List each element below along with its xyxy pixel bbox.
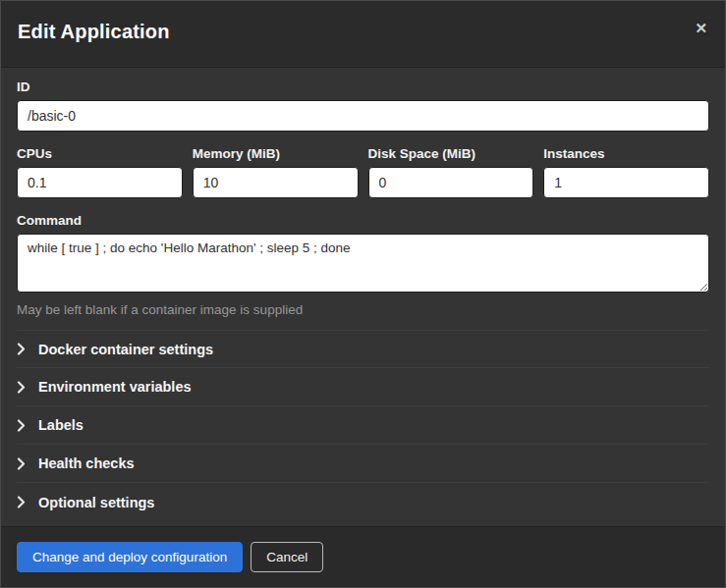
command-label: Command <box>17 213 709 228</box>
edit-application-modal: Edit Application ✕ ID CPUs Memory (MiB) … <box>0 0 726 588</box>
chevron-right-icon <box>17 457 32 470</box>
id-field-group: ID <box>17 80 709 132</box>
disk-field-group: Disk Space (MiB) <box>368 146 534 198</box>
disk-label: Disk Space (MiB) <box>368 146 534 161</box>
modal-header: Edit Application ✕ <box>1 1 725 68</box>
section-label: Optional settings <box>38 495 154 510</box>
section-environment-variables[interactable]: Environment variables <box>17 368 709 406</box>
collapsible-sections: Docker container settings Environment va… <box>17 330 709 521</box>
close-icon: ✕ <box>695 20 707 36</box>
section-label: Environment variables <box>38 379 192 395</box>
close-button[interactable]: ✕ <box>691 17 711 39</box>
modal-footer: Change and deploy configuration Cancel <box>1 526 725 587</box>
section-labels[interactable]: Labels <box>17 406 709 445</box>
cpus-field-group: CPUs <box>17 146 183 198</box>
section-label: Health checks <box>38 455 135 471</box>
memory-input[interactable] <box>193 167 359 198</box>
memory-field-group: Memory (MiB) <box>193 146 359 198</box>
command-help-text: May be left blank if a container image i… <box>17 302 709 317</box>
chevron-right-icon <box>17 343 32 355</box>
cpus-label: CPUs <box>17 146 183 161</box>
cpus-input[interactable] <box>17 167 183 198</box>
memory-label: Memory (MiB) <box>193 146 359 161</box>
deploy-button[interactable]: Change and deploy configuration <box>17 542 243 572</box>
command-textarea[interactable]: while [ true ] ; do echo 'Hello Marathon… <box>17 234 709 293</box>
instances-label: Instances <box>543 146 709 161</box>
chevron-right-icon <box>17 496 32 508</box>
section-label: Docker container settings <box>38 342 213 357</box>
disk-input[interactable] <box>368 167 534 198</box>
section-health-checks[interactable]: Health checks <box>17 445 709 483</box>
id-input[interactable] <box>17 100 709 132</box>
modal-body: ID CPUs Memory (MiB) Disk Space (MiB) In… <box>1 68 725 526</box>
instances-input[interactable] <box>543 167 709 198</box>
chevron-right-icon <box>17 419 32 432</box>
id-label: ID <box>17 80 709 94</box>
resources-row: CPUs Memory (MiB) Disk Space (MiB) Insta… <box>17 146 709 198</box>
command-field-group: Command while [ true ] ; do echo 'Hello … <box>17 213 709 317</box>
chevron-right-icon <box>17 381 32 394</box>
modal-title: Edit Application <box>18 21 707 43</box>
section-optional-settings[interactable]: Optional settings <box>17 483 709 521</box>
section-label: Labels <box>38 417 84 433</box>
instances-field-group: Instances <box>543 146 709 198</box>
section-docker-container-settings[interactable]: Docker container settings <box>17 330 709 368</box>
cancel-button[interactable]: Cancel <box>251 542 323 572</box>
